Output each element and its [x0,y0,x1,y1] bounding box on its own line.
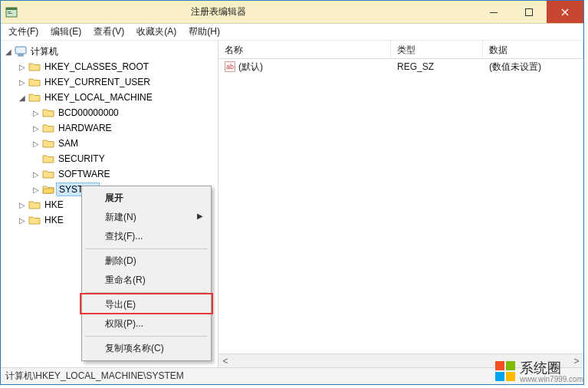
menu-favorites[interactable]: 收藏夹(A) [130,24,182,40]
list-pane: 名称 类型 数据 ab (默认) REG_SZ (数值未设置) < > [218,41,583,367]
folder-icon [28,215,41,225]
menubar: 文件(F) 编辑(E) 查看(V) 收藏夹(A) 帮助(H) [1,24,583,41]
tree-label: HKEY_CURRENT_USER [42,76,153,88]
string-value-icon: ab [225,61,235,72]
twisty-icon[interactable]: ▷ [18,63,27,71]
tree-row[interactable]: ▷ HKEY_CURRENT_USER [18,74,218,90]
tree-row[interactable]: ▷ SOFTWARE [31,166,218,182]
column-header-name[interactable]: 名称 [218,41,391,58]
cm-separator [85,248,208,249]
scroll-left-icon[interactable]: < [218,356,232,367]
tree-label: HKE [42,214,66,226]
watermark-text: 系统圈 www.win7999.com [520,359,583,383]
tree-label: 计算机 [28,44,61,59]
cm-copy-key-name[interactable]: 复制项名称(C) [84,339,209,358]
svg-rect-7 [18,54,23,56]
twisty-icon[interactable]: ▷ [31,124,41,133]
cm-permissions[interactable]: 权限(P)... [84,314,209,334]
menu-edit[interactable]: 编辑(E) [44,24,87,40]
svg-rect-6 [15,47,26,54]
minimize-button[interactable] [476,1,511,23]
column-header-type[interactable]: 类型 [391,41,483,58]
folder-icon [42,123,54,133]
computer-icon [15,46,27,57]
folder-icon [28,77,41,87]
watermark: 系统圈 www.win7999.com [495,359,583,383]
tree-label: HKE [42,199,66,211]
value-data: (数值未设置) [483,61,583,74]
folder-icon [42,169,54,179]
tree-label: BCD00000000 [56,107,121,119]
twisty-icon[interactable]: ▷ [18,201,27,209]
context-menu: 展开 新建(N) ▶ 查找(F)... 删除(D) 重命名(R) 导出(E) 权… [81,186,212,361]
tree-row[interactable]: ▷ HARDWARE [31,120,218,136]
list-row[interactable]: ab (默认) REG_SZ (数值未设置) [218,59,583,74]
tree-node-hkcu: ▷ HKEY_CURRENT_USER [18,74,218,90]
folder-open-icon [42,184,54,195]
tree-row[interactable]: ◢ HKEY_LOCAL_MACHINE [18,90,218,105]
twisty-icon[interactable] [31,155,41,163]
twisty-icon[interactable]: ▷ [31,140,41,148]
menu-help[interactable]: 帮助(H) [182,24,226,40]
menu-file[interactable]: 文件(F) [2,24,44,40]
cm-separator [85,336,208,337]
menu-view[interactable]: 查看(V) [87,24,130,40]
cm-find[interactable]: 查找(F)... [84,227,209,246]
list-body[interactable]: ab (默认) REG_SZ (数值未设置) [218,59,583,353]
cm-expand[interactable]: 展开 [84,189,209,208]
cm-new[interactable]: 新建(N) ▶ [84,208,209,227]
twisty-icon[interactable]: ▷ [18,216,27,225]
tree-label: SAM [56,137,80,150]
folder-icon [42,138,54,149]
window-controls [476,1,583,23]
tree-row[interactable]: SECURITY [31,151,218,166]
maximize-button[interactable] [511,1,547,23]
folder-icon [42,107,54,118]
folder-icon [28,61,41,72]
list-header: 名称 类型 数据 [218,41,583,59]
microsoft-logo-icon [495,361,515,381]
tree-label: SOFTWARE [56,168,113,180]
close-button[interactable] [547,1,583,23]
twisty-icon[interactable]: ◢ [18,94,27,102]
status-path: 计算机\HKEY_LOCAL_MACHINE\SYSTEM [5,370,184,383]
value-type: REG_SZ [391,61,483,72]
twisty-icon[interactable]: ◢ [4,48,13,56]
titlebar: 注册表编辑器 [1,1,583,24]
tree-row[interactable]: ▷ HKEY_CLASSES_ROOT [18,59,218,74]
tree-row[interactable]: ▷ BCD00000000 [31,105,218,120]
folder-icon [28,92,41,103]
twisty-icon[interactable]: ▷ [31,186,41,194]
window-title: 注册表编辑器 [0,5,476,18]
svg-rect-4 [490,12,498,13]
tree-label: HKEY_LOCAL_MACHINE [42,91,155,104]
tree-row[interactable]: ▷ SAM [31,136,218,151]
twisty-icon[interactable]: ▷ [31,170,41,179]
value-name: (默认) [238,61,263,74]
folder-icon [42,153,54,164]
column-header-data[interactable]: 数据 [483,41,583,58]
cm-delete[interactable]: 删除(D) [84,252,209,271]
tree-label: HKEY_CLASSES_ROOT [42,61,151,73]
tree-label: HARDWARE [56,122,114,134]
cm-export[interactable]: 导出(E) [84,295,209,314]
twisty-icon[interactable]: ▷ [31,109,41,117]
tree-label: SECURITY [56,153,107,165]
tree-node-hkcr: ▷ HKEY_CLASSES_ROOT [18,59,218,74]
twisty-icon[interactable]: ▷ [18,78,27,87]
folder-icon [28,199,41,210]
cm-rename[interactable]: 重命名(R) [84,271,209,290]
submenu-arrow-icon: ▶ [197,212,203,220]
svg-rect-5 [526,8,533,15]
tree-row-computer[interactable]: ◢ 计算机 [4,44,218,59]
tree-node-hklm: ◢ HKEY_LOCAL_MACHINE ▷ BCD00 [18,90,218,197]
cm-separator [85,292,208,293]
